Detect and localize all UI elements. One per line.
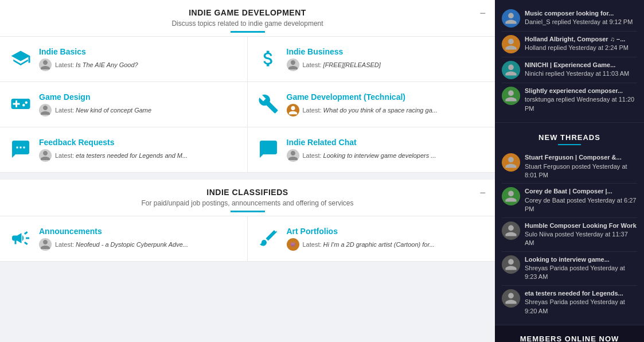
forum-item-indie-business[interactable]: Indie Business Latest: [FREE][RELEASED]: [248, 37, 495, 82]
forum-info-art-portfolios: Art Portfolios 👾 Latest: Hi I'm a 2D gra…: [287, 227, 486, 251]
section-subtitle-indie-game-dev: Discuss topics related to indie game dev…: [11, 20, 483, 28]
forum-info-indie-basics: Indie Basics Latest: Is The AIE Any Good…: [39, 47, 238, 71]
recent-reply-text-3: Slightly experienced composer... torsktu…: [525, 87, 637, 113]
graduation-cap-icon: [9, 47, 32, 70]
forum-latest-indie-business: Latest: [FREE][RELEASED]: [287, 59, 486, 71]
main-content: INDIE GAME DEVELOPMENT Discuss topics re…: [0, 0, 495, 342]
recent-reply-text-0: Music composer looking for... Daniel_S r…: [525, 9, 633, 27]
forum-info-game-dev-technical: Game Development (Technical) Latest: Wha…: [287, 92, 486, 116]
latest-text-art-portfolios: Latest: Hi I'm a 2D graphic artist (Cart…: [303, 241, 435, 248]
forum-name-feedback-requests[interactable]: Feedback Requests: [39, 138, 238, 147]
brush-icon: [257, 227, 280, 250]
latest-text-indie-business: Latest: [FREE][RELEASED]: [303, 61, 381, 68]
megaphone-icon: [9, 227, 32, 250]
new-thread-4[interactable]: eta testers needed for Legends... Shreya…: [502, 286, 637, 319]
forum-item-game-dev-technical[interactable]: Game Development (Technical) Latest: Wha…: [248, 82, 495, 127]
forum-info-game-design: Game Design Latest: New kind of concept …: [39, 92, 238, 116]
new-thread-2[interactable]: Humble Composer Looking For Work Sulo Ni…: [502, 218, 637, 252]
avatar-indie-business: [287, 59, 299, 71]
new-threads-title: NEW THREADS: [502, 129, 637, 144]
latest-text-feedback-requests: Latest: eta testers needed for Legends a…: [55, 152, 188, 159]
forum-latest-feedback-requests: Latest: eta testers needed for Legends a…: [39, 149, 238, 162]
new-thread-1[interactable]: Corey de Baat | Composer |... Corey de B…: [502, 184, 637, 217]
forum-item-indie-related-chat[interactable]: Indie Related Chat Latest: Looking to in…: [248, 127, 495, 173]
forum-item-announcements[interactable]: Announcements Latest: Neofeud - a Dystop…: [0, 216, 248, 262]
forum-latest-game-design: Latest: New kind of concept Game: [39, 104, 238, 116]
avatar-new-thread-4: [502, 289, 520, 308]
new-thread-text-3: Looking to interview game... Shreyas Par…: [525, 255, 637, 282]
new-thread-text-2: Humble Composer Looking For Work Sulo Ni…: [525, 221, 637, 248]
section-collapse-btn[interactable]: −: [479, 8, 486, 18]
latest-text-announcements: Latest: Neofeud - a Dystopic Cyberpunk A…: [55, 241, 188, 248]
section-title-indie-game-dev: INDIE GAME DEVELOPMENT: [11, 8, 483, 17]
forum-name-indie-related-chat[interactable]: Indie Related Chat: [287, 138, 486, 147]
latest-text-indie-related-chat: Latest: Looking to interview game develo…: [303, 152, 436, 159]
avatar-new-thread-1: [502, 187, 520, 205]
avatar-new-thread-2: [502, 221, 520, 240]
forum-info-indie-business: Indie Business Latest: [FREE][RELEASED]: [287, 47, 486, 71]
members-online-title: MEMBERS ONLINE NOW: [502, 331, 637, 342]
new-thread-text-4: eta testers needed for Legends... Shreya…: [525, 289, 637, 316]
section-title-indie-classifieds: INDIE CLASSIFIEDS: [11, 188, 483, 197]
avatar-game-dev-technical: [287, 104, 299, 116]
new-thread-text-0: Stuart Ferguson | Composer &... Stuart F…: [525, 153, 637, 180]
indie-game-dev-grid: Indie Basics Latest: Is The AIE Any Good…: [0, 36, 495, 173]
section-header-indie-classifieds: INDIE CLASSIFIEDS For paid/unpaid job po…: [0, 180, 495, 216]
forum-name-announcements[interactable]: Announcements: [39, 227, 238, 236]
forum-name-game-dev-technical[interactable]: Game Development (Technical): [287, 92, 486, 102]
avatar-feedback-requests: [39, 149, 52, 162]
new-thread-0[interactable]: Stuart Ferguson | Composer &... Stuart F…: [502, 150, 637, 184]
section-collapse-btn-classifieds[interactable]: −: [479, 188, 486, 198]
wrench-icon: [257, 92, 280, 115]
indie-game-dev-section: INDIE GAME DEVELOPMENT Discuss topics re…: [0, 0, 495, 173]
chat-speech-icon: [257, 138, 280, 161]
new-threads-section: NEW THREADS Stuart Ferguson | Composer &…: [495, 123, 644, 325]
recent-reply-text-2: NINICHI | Experienced Game... Ninichi re…: [525, 61, 629, 79]
forum-name-indie-business[interactable]: Indie Business: [287, 47, 486, 56]
avatar-new-thread-3: [502, 255, 520, 274]
forum-name-art-portfolios[interactable]: Art Portfolios: [287, 227, 486, 236]
forum-latest-announcements: Latest: Neofeud - a Dystopic Cyberpunk A…: [39, 238, 238, 251]
forum-item-art-portfolios[interactable]: Art Portfolios 👾 Latest: Hi I'm a 2D gra…: [248, 216, 495, 262]
avatar-announcements: [39, 238, 52, 251]
forum-latest-indie-related-chat: Latest: Looking to interview game develo…: [287, 149, 486, 162]
avatar-indie-related-chat: [287, 149, 299, 162]
new-threads-underline: [558, 144, 581, 145]
recent-reply-1[interactable]: Holland Albright, Composer ♫ –... Hollan…: [502, 32, 637, 57]
new-thread-text-1: Corey de Baat | Composer |... Corey de B…: [525, 187, 637, 213]
section-subtitle-indie-classifieds: For paid/unpaid job postings, announceme…: [11, 199, 483, 207]
latest-text-game-dev-technical: Latest: What do you think of a space rac…: [303, 107, 438, 114]
forum-item-game-design[interactable]: Game Design Latest: New kind of concept …: [0, 82, 248, 127]
forum-latest-game-dev-technical: Latest: What do you think of a space rac…: [287, 104, 486, 116]
recent-reply-3[interactable]: Slightly experienced composer... torsktu…: [502, 83, 637, 116]
forum-latest-art-portfolios: 👾 Latest: Hi I'm a 2D graphic artist (Ca…: [287, 238, 486, 251]
avatar-new-thread-0: [502, 153, 520, 172]
forum-item-indie-basics[interactable]: Indie Basics Latest: Is The AIE Any Good…: [0, 37, 248, 82]
forum-name-game-design[interactable]: Game Design: [39, 92, 238, 102]
forum-info-indie-related-chat: Indie Related Chat Latest: Looking to in…: [287, 138, 486, 162]
recent-replies-section: Music composer looking for... Daniel_S r…: [495, 0, 644, 123]
section-underline: [231, 31, 265, 33]
gamepad-icon: [9, 92, 32, 115]
members-online-section: MEMBERS ONLINE NOW: [495, 325, 644, 342]
right-sidebar: Music composer looking for... Daniel_S r…: [495, 0, 644, 342]
dollar-icon: [257, 47, 280, 70]
recent-reply-0[interactable]: Music composer looking for... Daniel_S r…: [502, 6, 637, 32]
avatar-recent-1: [502, 35, 520, 53]
forum-info-announcements: Announcements Latest: Neofeud - a Dystop…: [39, 227, 238, 251]
chat-bubble-icon: [9, 138, 32, 161]
avatar-recent-2: [502, 61, 520, 79]
avatar-art-portfolios: 👾: [287, 238, 299, 251]
avatar-recent-0: [502, 9, 520, 28]
recent-reply-2[interactable]: NINICHI | Experienced Game... Ninichi re…: [502, 57, 637, 83]
forum-name-indie-basics[interactable]: Indie Basics: [39, 47, 238, 56]
section-header-indie-game-dev: INDIE GAME DEVELOPMENT Discuss topics re…: [0, 0, 495, 36]
latest-text-indie-basics: Latest: Is The AIE Any Good?: [55, 61, 138, 68]
new-thread-3[interactable]: Looking to interview game... Shreyas Par…: [502, 252, 637, 286]
forum-item-feedback-requests[interactable]: Feedback Requests Latest: eta testers ne…: [0, 127, 248, 173]
latest-text-game-design: Latest: New kind of concept Game: [55, 107, 151, 114]
avatar-indie-basics: [39, 59, 52, 71]
forum-latest-indie-basics: Latest: Is The AIE Any Good?: [39, 59, 238, 71]
forum-info-feedback-requests: Feedback Requests Latest: eta testers ne…: [39, 138, 238, 162]
indie-classifieds-section: INDIE CLASSIFIEDS For paid/unpaid job po…: [0, 180, 495, 262]
